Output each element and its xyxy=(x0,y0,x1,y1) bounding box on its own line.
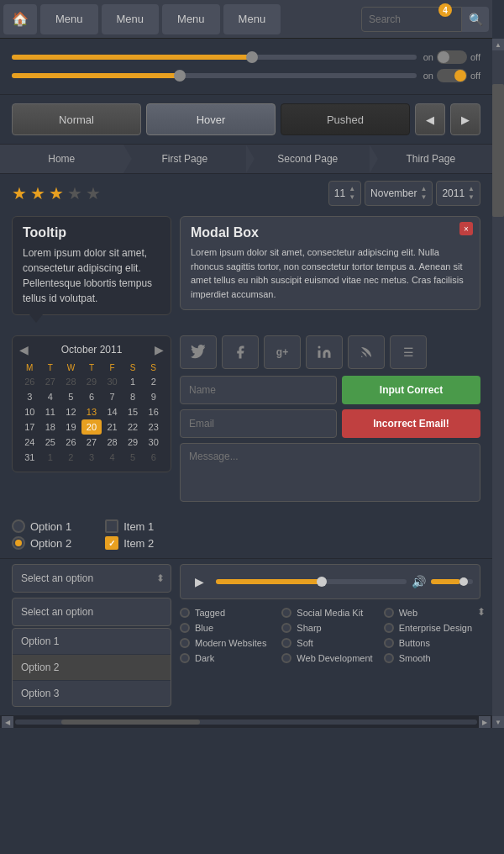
checkbox-item1[interactable]: Item 1 xyxy=(105,519,154,533)
checkbox-1[interactable] xyxy=(105,519,118,533)
table-row[interactable]: 14 xyxy=(102,404,123,419)
radio-option2[interactable]: Option 2 xyxy=(12,536,71,550)
linkedin-button[interactable] xyxy=(306,335,343,369)
input-correct-button[interactable]: Input Correct xyxy=(342,376,480,404)
table-row[interactable]: 28 xyxy=(102,435,123,450)
menu-button-1[interactable]: Menu xyxy=(40,4,98,34)
googleplus-button[interactable]: g+ xyxy=(264,335,301,369)
table-row[interactable]: 26 xyxy=(60,435,81,450)
tag-item-enterprisedesign[interactable]: Enterprise Design xyxy=(384,623,480,633)
table-row[interactable]: 1 xyxy=(123,374,144,389)
table-row[interactable]: 23 xyxy=(143,419,164,435)
table-row[interactable]: 18 xyxy=(40,419,61,435)
table-row[interactable]: 10 xyxy=(19,404,40,419)
radio-circle-1[interactable] xyxy=(12,519,25,533)
player-thumb[interactable] xyxy=(317,577,327,587)
dropdown-option-3[interactable]: Option 3 xyxy=(13,681,171,706)
year-up[interactable]: ▲ xyxy=(468,185,475,193)
select-dropdown[interactable]: Select an option ⬍ xyxy=(12,564,171,593)
h-scroll-left-arrow[interactable]: ◀ xyxy=(2,716,13,728)
table-row[interactable]: 4 xyxy=(40,389,61,404)
table-row[interactable]: 30 xyxy=(143,435,164,450)
star-5[interactable]: ★ xyxy=(86,183,101,203)
message-textarea[interactable] xyxy=(180,443,480,502)
table-row[interactable]: 7 xyxy=(102,389,123,404)
year-spinner[interactable]: 2011 ▲ ▼ xyxy=(436,181,480,206)
table-row[interactable]: 9 xyxy=(143,389,164,404)
menu-button-4[interactable]: Menu xyxy=(223,4,281,34)
modal-close-button[interactable]: × xyxy=(459,222,473,235)
v-scroll-thumb[interactable] xyxy=(492,84,504,217)
home-button[interactable]: 🏠 xyxy=(3,4,37,34)
table-row[interactable]: 4 xyxy=(102,450,123,465)
table-row[interactable]: 3 xyxy=(19,389,40,404)
table-row[interactable]: 30 xyxy=(102,374,123,389)
table-row[interactable]: 15 xyxy=(123,404,144,419)
rss-button[interactable] xyxy=(348,335,385,369)
table-row[interactable]: 3 xyxy=(81,450,102,465)
table-row[interactable]: 1 xyxy=(40,450,61,465)
v-scroll-track[interactable] xyxy=(492,50,504,716)
table-row[interactable]: 8 xyxy=(123,389,144,404)
checkbox-item2[interactable]: Item 2 xyxy=(105,536,154,550)
tag-item-modernwebsites[interactable]: Modern Websites xyxy=(180,638,276,648)
h-scroll-right-arrow[interactable]: ▶ xyxy=(479,716,491,728)
tag-item-dark[interactable]: Dark xyxy=(180,653,276,663)
tag-item-smooth[interactable]: Smooth xyxy=(384,653,480,663)
tag-radio-buttons[interactable] xyxy=(384,638,394,648)
star-1[interactable]: ★ xyxy=(12,183,27,203)
month-up[interactable]: ▲ xyxy=(420,185,427,193)
prev-button[interactable]: ◀ xyxy=(415,103,445,135)
name-input[interactable] xyxy=(180,376,337,404)
table-row[interactable]: 11 xyxy=(40,404,61,419)
table-row[interactable]: 6 xyxy=(81,389,102,404)
star-2[interactable]: ★ xyxy=(30,183,45,203)
select-dropdown-open[interactable]: Select an option ⬍ xyxy=(12,598,171,626)
radio-option1[interactable]: Option 1 xyxy=(12,519,71,533)
breadcrumb-item-second[interactable]: Second Page xyxy=(246,145,370,173)
h-scroll-track[interactable] xyxy=(15,720,477,725)
h-scroll-thumb[interactable] xyxy=(61,720,200,725)
v-scroll-up-arrow[interactable]: ▲ xyxy=(492,39,504,50)
tag-radio-tagged[interactable] xyxy=(180,608,190,618)
facebook-button[interactable] xyxy=(222,335,259,369)
tag-radio-blue[interactable] xyxy=(180,623,190,633)
table-row[interactable]: 6 xyxy=(143,450,164,465)
tag-item-socialmediakit[interactable]: Social Media Kit xyxy=(281,608,378,618)
table-row[interactable]: 27 xyxy=(40,374,61,389)
volume-icon[interactable]: 🔊 xyxy=(412,575,426,588)
next-button[interactable]: ▶ xyxy=(450,103,480,135)
volume-thumb[interactable] xyxy=(459,577,468,586)
incorrect-email-button[interactable]: Incorrect Email! xyxy=(342,409,480,438)
play-button[interactable]: ▶ xyxy=(187,570,211,593)
day-spinner[interactable]: 11 ▲ ▼ xyxy=(328,181,361,206)
normal-button[interactable]: Normal xyxy=(12,103,141,135)
tag-item-tagged[interactable]: Tagged xyxy=(180,608,276,618)
checkbox-2[interactable] xyxy=(105,536,118,550)
table-row[interactable]: 29 xyxy=(81,374,102,389)
table-row[interactable]: 13 xyxy=(81,404,102,419)
tag-radio-dark[interactable] xyxy=(180,653,190,663)
month-down[interactable]: ▼ xyxy=(420,193,427,202)
table-row[interactable]: 26 xyxy=(19,374,40,389)
menu-button-3[interactable]: Menu xyxy=(162,4,220,34)
toggle-1[interactable] xyxy=(437,50,467,64)
slider-2[interactable] xyxy=(12,73,417,78)
menu-button-2[interactable]: Menu xyxy=(102,4,160,34)
hover-button[interactable]: Hover xyxy=(146,103,276,135)
slider-1-thumb[interactable] xyxy=(246,51,258,63)
tag-radio-web[interactable] xyxy=(384,608,394,618)
breadcrumb-item-home[interactable]: Home xyxy=(0,145,123,173)
star-4[interactable]: ★ xyxy=(67,183,82,203)
tag-item-blue[interactable]: Blue xyxy=(180,623,276,633)
tag-item-sharp[interactable]: Sharp xyxy=(281,623,378,633)
tag-radio-socialmediakit[interactable] xyxy=(281,608,291,618)
table-row[interactable]: 16 xyxy=(143,404,164,419)
twitter-button[interactable] xyxy=(180,335,217,369)
toggle-2[interactable] xyxy=(437,69,467,82)
star-3[interactable]: ★ xyxy=(49,183,64,203)
radio-circle-2[interactable] xyxy=(12,536,25,550)
tag-item-soft[interactable]: Soft xyxy=(281,638,378,648)
tag-radio-enterprisedesign[interactable] xyxy=(384,623,394,633)
table-row[interactable]: 20 xyxy=(81,419,102,435)
